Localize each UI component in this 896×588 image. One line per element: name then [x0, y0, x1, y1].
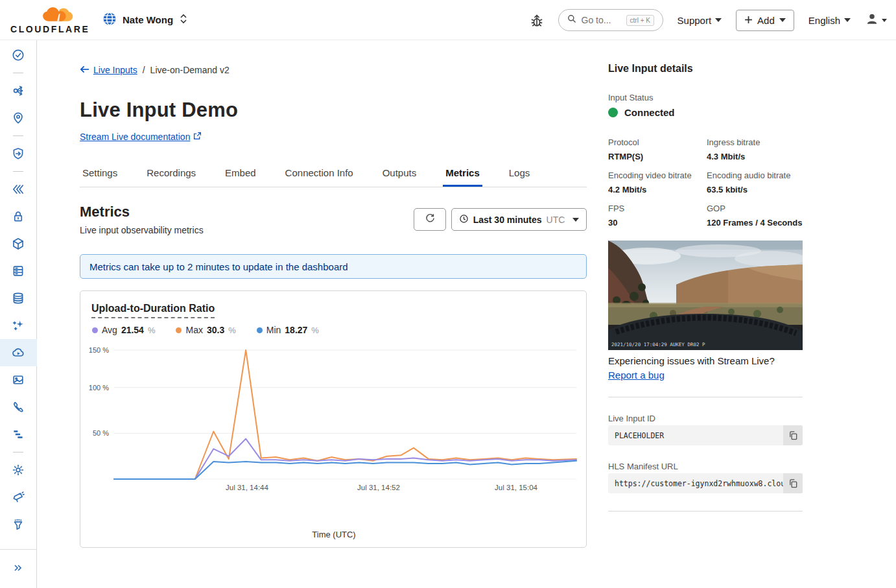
sidebar-item-sparkles[interactable] — [0, 312, 37, 339]
svg-text:Jul 31, 14:44: Jul 31, 14:44 — [226, 484, 268, 491]
input-status: Connected — [608, 107, 675, 118]
add-button[interactable]: Add — [736, 10, 794, 31]
sidebar-item-megaphone[interactable] — [0, 484, 37, 511]
sidebar-item-cube[interactable] — [0, 230, 37, 257]
sidebar-collapse[interactable] — [0, 549, 36, 588]
copy-id-button[interactable] — [783, 425, 803, 445]
legend-dot — [257, 327, 263, 333]
cloudflare-logo[interactable]: CLOUDFLARE — [10, 6, 83, 34]
svg-text:100 %: 100 % — [89, 384, 109, 392]
brand-wordmark: CLOUDFLARE — [10, 24, 89, 34]
breadcrumb-back-link[interactable]: Live Inputs — [80, 65, 137, 75]
search-input[interactable] — [582, 15, 622, 25]
sidebar-divider — [13, 452, 23, 453]
detail-ingress-bitrate: Ingress bitrate4.3 Mbit/s — [707, 137, 803, 162]
plus-icon — [744, 15, 753, 26]
legend-item-max[interactable]: Max30.3% — [176, 325, 235, 335]
tab-embed[interactable]: Embed — [222, 161, 259, 187]
svg-text:2021/10/20 17:04:29 AUKEY DR02: 2021/10/20 17:04:29 AUKEY DR02 P — [611, 342, 705, 347]
lock-icon — [11, 209, 25, 224]
sidebar-item-shield[interactable] — [0, 140, 37, 167]
sparkles-icon — [11, 318, 25, 333]
network-icon — [11, 84, 25, 98]
copy-hls-button[interactable] — [783, 473, 803, 493]
megaphone-icon — [11, 490, 25, 504]
time-range-value: Last 30 minutes — [473, 215, 542, 225]
tab-metrics[interactable]: Metrics — [443, 161, 482, 187]
tab-connection-info[interactable]: Connection Info — [283, 161, 356, 187]
sidebar-item-stream[interactable] — [0, 339, 37, 366]
sidebar-item-pin[interactable] — [0, 104, 37, 132]
tab-recordings[interactable]: Recordings — [144, 161, 198, 187]
tab-logs[interactable]: Logs — [506, 161, 533, 187]
report-bug-link[interactable]: Report a bug — [608, 370, 665, 381]
caret-down-icon — [844, 18, 851, 22]
shield-icon — [11, 147, 25, 161]
person-icon — [865, 12, 879, 29]
legend-item-avg[interactable]: Avg21.54% — [92, 325, 155, 335]
support-label: Support — [678, 15, 712, 26]
hls-url-field: https://customer-igynxd2rwhmuoxw8.cloudf — [608, 473, 803, 493]
sidebar-item-server[interactable] — [0, 257, 37, 285]
upload-duration-chart: 50 %100 %150 %Jul 31, 14:44Jul 31, 14:52… — [80, 347, 587, 523]
documentation-link[interactable]: Stream Live documentation — [80, 132, 202, 142]
account-name: Nate Wong — [123, 14, 173, 25]
app-window: CLOUDFLARE Nate Wong — [0, 0, 896, 588]
caret-down-icon — [572, 218, 579, 222]
cube-icon — [11, 237, 25, 251]
page-title: Live Input Demo — [80, 99, 238, 122]
svg-text:Jul 31, 15:04: Jul 31, 15:04 — [495, 484, 537, 491]
legend-item-min[interactable]: Min18.27% — [257, 325, 319, 335]
sidebar-item-image[interactable] — [0, 366, 37, 394]
language-menu[interactable]: English — [808, 15, 851, 26]
gantt-icon — [11, 427, 25, 441]
chart-card: Upload-to-Duration Ratio Avg21.54%Max30.… — [80, 290, 587, 548]
image-icon — [11, 373, 25, 387]
caret-down-icon — [779, 18, 786, 22]
hls-url-value: https://customer-igynxd2rwhmuoxw8.cloudf — [608, 479, 783, 488]
svg-text:Jul 31, 14:52: Jul 31, 14:52 — [357, 484, 400, 491]
sidebar-divider — [13, 135, 23, 136]
refresh-icon — [425, 213, 436, 226]
global-search[interactable]: ctrl + K — [558, 9, 663, 31]
sidebar-item-gear[interactable] — [0, 456, 37, 484]
clock-check-icon — [11, 48, 25, 62]
live-input-id-field: PLACEHOLDER — [608, 425, 803, 445]
sidebar-item-gantt[interactable] — [0, 421, 37, 448]
status-dot — [608, 108, 618, 117]
sidebar-item-phone[interactable] — [0, 394, 37, 421]
svg-text:150 %: 150 % — [89, 347, 109, 354]
refresh-button[interactable] — [414, 208, 446, 231]
user-menu[interactable] — [865, 12, 887, 29]
sidebar-item-layers[interactable] — [0, 176, 37, 203]
sidebar-nav — [0, 40, 37, 588]
account-switcher[interactable]: Nate Wong — [102, 12, 188, 29]
sidebar-item-network[interactable] — [0, 77, 37, 104]
section-subtitle: Live input observability metrics — [80, 225, 204, 235]
time-range-dropdown[interactable]: Last 30 minutes UTC — [451, 208, 587, 231]
sidebar-divider — [13, 73, 23, 73]
issues-text: Experiencing issues with Stream Live? — [608, 355, 775, 366]
info-banner: Metrics can take up to 2 minutes to upda… — [80, 254, 587, 279]
sidebar-item-lock[interactable] — [0, 203, 37, 230]
live-input-id-value: PLACEHOLDER — [608, 431, 783, 440]
pin-icon — [11, 111, 25, 125]
detail-protocol: ProtocolRTMP(S) — [608, 137, 707, 162]
external-link-icon — [193, 132, 202, 142]
sidebar-item-database[interactable] — [0, 285, 37, 312]
language-label: English — [808, 15, 840, 26]
support-menu[interactable]: Support — [678, 15, 722, 26]
legend-dot — [92, 327, 98, 333]
sidebar-item-clock-check[interactable] — [0, 41, 37, 69]
sidebar-item-funnel[interactable] — [0, 511, 37, 538]
chart-legend: Avg21.54%Max30.3%Min18.27% — [92, 325, 319, 335]
caret-down-icon — [715, 18, 722, 22]
report-bug-icon[interactable] — [530, 12, 544, 28]
breadcrumb: Live Inputs / Live-on-Demand v2 — [80, 65, 230, 75]
tab-settings[interactable]: Settings — [80, 161, 120, 187]
top-header: CLOUDFLARE Nate Wong — [0, 0, 896, 40]
detail-fps: FPS30 — [608, 204, 707, 228]
divider — [608, 397, 803, 397]
tab-outputs[interactable]: Outputs — [380, 161, 419, 187]
gear-icon — [11, 463, 25, 477]
